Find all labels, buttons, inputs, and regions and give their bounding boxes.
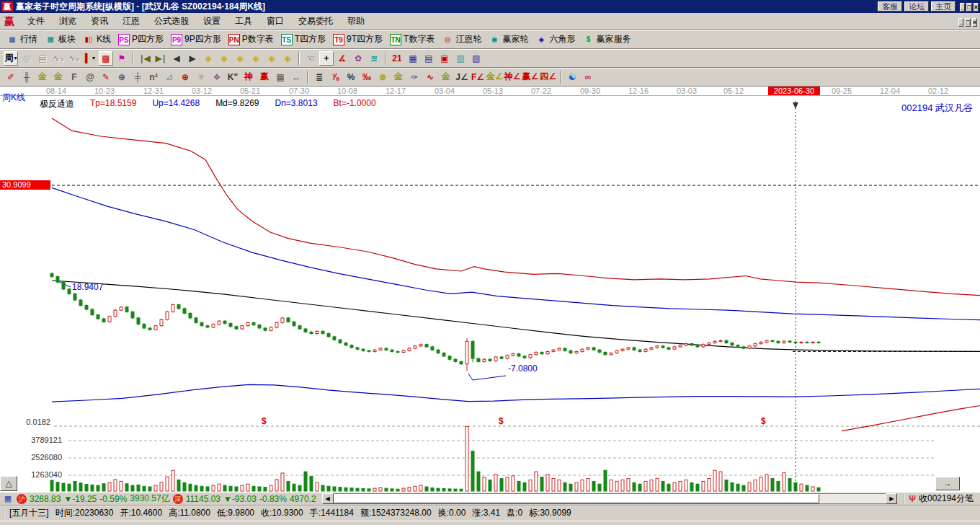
market-grid-icon[interactable]: ▦ [2, 494, 14, 504]
chart-scroll-right-button[interactable]: → [935, 477, 960, 490]
horizontal-scrollbar[interactable]: ◀ ▶ [322, 493, 898, 504]
web-tool-button[interactable]: ✳ [194, 70, 208, 84]
infinity-icon-button[interactable]: ∞ [581, 70, 595, 84]
si-angle-tool-button[interactable]: 四∠ [540, 70, 556, 84]
memo-tool-button[interactable]: ▤ [422, 51, 436, 66]
zoom-out-x-button-button[interactable]: ◈ [233, 51, 247, 66]
shen-angle-tool-button[interactable]: 神∠ [504, 70, 521, 84]
menu-浏览[interactable]: 浏览 [52, 14, 84, 29]
cycle-line-tool-button[interactable]: ≋ [367, 51, 381, 66]
percent-tool-button[interactable]: % [344, 70, 358, 84]
ladder-tool-button[interactable]: ≣ [312, 70, 326, 84]
f-angle-tool-button[interactable]: F∠ [471, 70, 485, 84]
festival-tool-button[interactable]: ✿ [351, 51, 365, 66]
menu-文件[interactable]: 文件 [20, 14, 52, 29]
toolbar-t-square-button[interactable]: TST四方形 [277, 32, 329, 46]
compress-y-button-button[interactable]: ◈ [264, 51, 279, 66]
menu-江恩[interactable]: 江恩 [115, 14, 147, 29]
gold-grid2-tool-button[interactable]: 金 [51, 70, 66, 84]
child-restore-button[interactable]: □ [965, 18, 970, 27]
toolbar-winner-wheel-button[interactable]: ◉赢家轮 [485, 32, 532, 46]
spiral-tool-button[interactable]: @ [83, 70, 97, 84]
toolbar-quotes-button[interactable]: ▦行情 [3, 32, 41, 46]
support-button[interactable]: 客服 [878, 1, 902, 12]
snapshot-tool-button[interactable]: ▥ [453, 51, 468, 66]
child-minimize-button[interactable]: _ [958, 18, 963, 27]
k-mark-tool-button[interactable]: K" [226, 70, 240, 84]
j-angle-tool-button[interactable]: J∠ [455, 70, 469, 84]
shift-left-button-button[interactable]: ◈ [201, 51, 215, 66]
calendar-tool-button[interactable]: 21 [390, 51, 404, 66]
period-selector-button[interactable]: 周▾ [4, 51, 18, 66]
toolbar-t-number-table-button[interactable]: TNT数字表 [386, 32, 438, 46]
circle-grid-tool-button[interactable]: ⊕ [115, 70, 129, 84]
f-grid-tool-button[interactable]: F [67, 70, 81, 84]
hand-tool-button[interactable]: ☜ [303, 51, 318, 66]
toolbar-9t-square-button[interactable]: T99T四方形 [329, 32, 386, 46]
last-page-button-button[interactable]: ▶∣ [153, 51, 168, 66]
scroll-right-button[interactable]: ▶ [886, 493, 897, 504]
pen-tool-button[interactable]: ✐ [4, 70, 18, 84]
forum-button[interactable]: 论坛 [904, 1, 929, 12]
ruler-grid-tool-button[interactable]: ╪ [130, 70, 145, 84]
print-tool-button[interactable]: ▧ [469, 51, 484, 66]
toolbar-sectors-button[interactable]: ▩板块 [41, 32, 79, 46]
expand-y-button-button[interactable]: ◈ [280, 51, 295, 66]
scrollbar-thumb[interactable] [334, 494, 820, 503]
minimize-button[interactable]: _ [960, 3, 965, 12]
menu-帮助[interactable]: 帮助 [340, 14, 372, 29]
n2-tool-button[interactable]: n² [146, 70, 161, 84]
shen-tool-button[interactable]: 神 [241, 70, 256, 84]
restore-button[interactable]: □ [966, 3, 971, 12]
color-chart-tool-button[interactable]: ⚑ [115, 51, 129, 66]
prev-page-button-button[interactable]: ◀ [169, 51, 184, 66]
save-tool-button[interactable]: ▣ [437, 51, 452, 66]
close-button[interactable]: × [974, 3, 979, 12]
toolbar-hexagon-button[interactable]: ◈六角形 [532, 32, 579, 46]
percent7-tool-button[interactable]: ⅞ [328, 70, 342, 84]
scroll-left-button[interactable]: ◀ [322, 493, 334, 504]
candle-style-selector-button[interactable]: ▍▾ [83, 51, 97, 66]
gold-angle-tool-button[interactable]: 金∠ [486, 70, 503, 84]
menu-公式选股[interactable]: 公式选股 [147, 14, 196, 29]
homepage-button[interactable]: 主页 [931, 1, 956, 12]
gann-target-tool-button[interactable]: ⊕ [178, 70, 192, 84]
calculator-tool-button[interactable]: ▦ [406, 51, 420, 66]
crosshair-tool-button[interactable]: + [319, 51, 334, 66]
toolbar-9p-square-button[interactable]: P99P四方形 [167, 32, 225, 46]
square-web-tool-button[interactable]: ❖ [210, 70, 224, 84]
next-page-button-button[interactable]: ▶ [185, 51, 200, 66]
permille-tool-button[interactable]: ‰ [360, 70, 374, 84]
ying-angle-tool-button[interactable]: 赢∠ [522, 70, 539, 84]
toolbar-gann-wheel-button[interactable]: ◎江恩轮 [438, 32, 485, 46]
collapse-panel-button[interactable]: △ [0, 476, 17, 491]
menu-工具[interactable]: 工具 [228, 14, 259, 29]
angle-measure-tool-button[interactable]: ∡ [335, 51, 349, 66]
menu-设置[interactable]: 设置 [196, 14, 228, 29]
gold-grid-tool-button[interactable]: 金 [35, 70, 50, 84]
pen-grid-tool-button[interactable]: ✎ [99, 70, 113, 84]
gold-angle2-tool-button[interactable]: 金 [439, 70, 453, 84]
scrollbar-track[interactable] [334, 493, 886, 504]
ying-tool-button[interactable]: 赢 [257, 70, 272, 84]
toolbar-p-number-table-button[interactable]: PNP数字表 [225, 32, 277, 46]
ruler123-tool-button[interactable]: ▦ [273, 70, 288, 84]
width-measure-tool-button[interactable]: ↔ [289, 70, 303, 84]
taiji-icon-button[interactable]: ☯ [565, 70, 579, 84]
first-page-button-button[interactable]: ∣◀ [138, 51, 152, 66]
wave-tool-button[interactable]: ∿ [423, 70, 437, 84]
red-pattern-tool-button[interactable]: ▩ [99, 51, 113, 66]
kline-chart-canvas[interactable] [0, 87, 980, 492]
gold-ring-tool-button[interactable]: ⊛ [375, 70, 390, 84]
zoom-in-x-button-button[interactable]: ◈ [249, 51, 263, 66]
shift-right-button-button[interactable]: ◈ [217, 51, 231, 66]
angle-ruler-tool-button[interactable]: ⊿ [162, 70, 177, 84]
menu-窗口[interactable]: 窗口 [259, 14, 291, 29]
menu-交易委托[interactable]: 交易委托 [291, 14, 340, 29]
child-close-button[interactable]: × [972, 18, 977, 27]
ink-tool-button[interactable]: ✑ [407, 70, 422, 84]
grid-tool-button[interactable]: ╫ [19, 70, 34, 84]
toolbar-kline-button[interactable]: ▮▯K线 [79, 32, 115, 46]
toolbar-p-square-button[interactable]: PSP四方形 [115, 32, 167, 46]
gold-level-tool-button[interactable]: 金 [391, 70, 406, 84]
